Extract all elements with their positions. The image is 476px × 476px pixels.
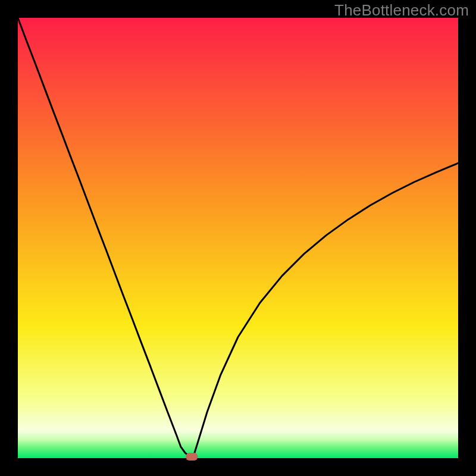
optimum-marker	[186, 453, 198, 461]
outer-frame: TheBottleneck.com	[0, 0, 476, 476]
plot-background	[18, 18, 458, 458]
chart-svg	[0, 0, 476, 476]
watermark-text: TheBottleneck.com	[334, 1, 469, 20]
